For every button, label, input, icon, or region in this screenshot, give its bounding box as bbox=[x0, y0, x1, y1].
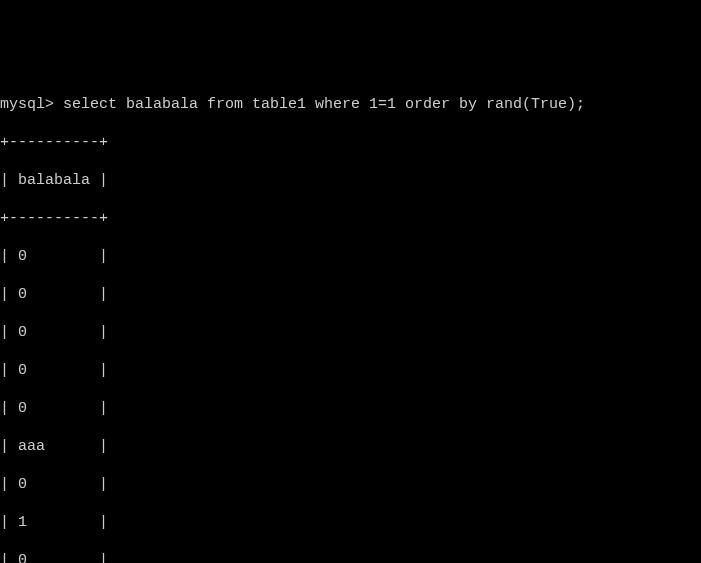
table-row: | 0 | bbox=[0, 475, 701, 494]
table-border-mid-1: +----------+ bbox=[0, 209, 701, 228]
terminal-window[interactable]: mysql> select balabala from table1 where… bbox=[0, 76, 701, 563]
table-row: | 0 | bbox=[0, 551, 701, 563]
table-row: | 1 | bbox=[0, 513, 701, 532]
table-row: | 0 | bbox=[0, 399, 701, 418]
table-row: | 0 | bbox=[0, 247, 701, 266]
query1-prompt-line: mysql> select balabala from table1 where… bbox=[0, 95, 701, 114]
table-border-top-1: +----------+ bbox=[0, 133, 701, 152]
table-header-1: | balabala | bbox=[0, 171, 701, 190]
mysql-prompt: mysql> bbox=[0, 95, 54, 114]
table-row: | 0 | bbox=[0, 323, 701, 342]
table-row: | 0 | bbox=[0, 361, 701, 380]
table-row: | 0 | bbox=[0, 285, 701, 304]
table-row: | aaa | bbox=[0, 437, 701, 456]
sql-query-1: select balabala from table1 where 1=1 or… bbox=[54, 95, 585, 114]
